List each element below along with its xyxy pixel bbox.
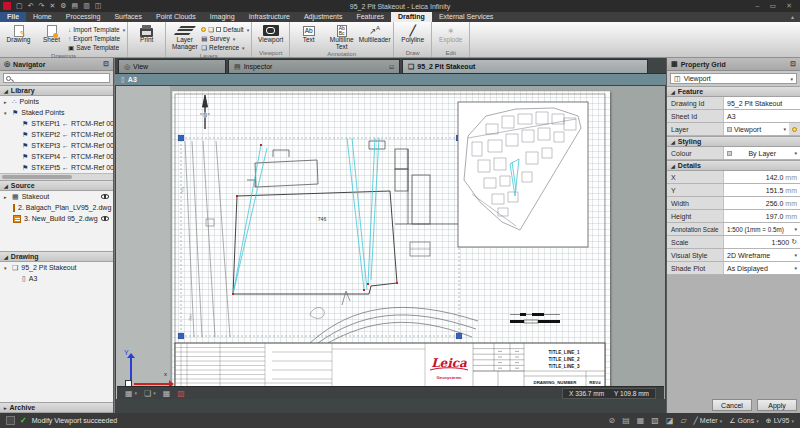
layer-value[interactable]: Viewport ▾ — [723, 123, 789, 135]
tab-view[interactable]: ◎ View — [118, 59, 226, 73]
tab-imaging[interactable]: Imaging — [203, 12, 242, 22]
tree-item-drawing-95-2[interactable]: ▾ ❏ 95_2 Pit Stakeout — [0, 262, 113, 273]
collapse-ribbon-icon[interactable]: ▴ — [791, 12, 800, 22]
save-template-button[interactable]: ▣ Save Template — [68, 43, 125, 52]
tree-item-stkept3[interactable]: ⚑ STKEPt3 ← RTCM-Ref 0000 (07/10/ — [0, 140, 113, 151]
tree-item-stakeout[interactable]: ▸ ▦ Stakeout — [0, 191, 113, 202]
x-value[interactable]: 142.0mm — [723, 171, 800, 183]
visibility-eye-icon[interactable] — [101, 216, 109, 221]
new-icon[interactable]: ▢ — [16, 2, 23, 10]
undo-icon[interactable]: ↶ — [28, 2, 34, 10]
panel-icon[interactable]: ▤ — [622, 416, 630, 425]
scale-refresh-icon[interactable]: ↻ — [791, 238, 797, 246]
sheet-button[interactable]: Sheet — [35, 23, 68, 44]
distance-unit-dropdown[interactable]: ╱ Meter ▾ — [694, 417, 723, 425]
expand-icon[interactable]: ▸ — [4, 194, 9, 200]
layers-icon[interactable]: ▧ — [651, 416, 659, 425]
section-styling[interactable]: ◢Styling — [667, 136, 800, 147]
tree-item-staked-points[interactable]: ▾ ⚑ Staked Points — [0, 107, 113, 118]
print-button[interactable]: Print — [130, 23, 163, 44]
flag-toggle-icon[interactable]: ◪ — [666, 416, 674, 425]
tab-point-clouds[interactable]: Point Clouds — [149, 12, 203, 22]
sheet-id-value[interactable]: A3 — [723, 110, 800, 122]
tree-item-stkept4[interactable]: ⚑ STKEPt4 ← RTCM-Ref 0000 (07/10/ — [0, 151, 113, 162]
section-library[interactable]: ◢ Library — [0, 85, 113, 96]
tree-item-stkept1[interactable]: ⚑ STKEPt1 ← RTCM-Ref 0000 (07/10/ — [0, 118, 113, 129]
close-icon[interactable]: ✕ — [786, 2, 792, 10]
drawing-button[interactable]: ✎ Drawing — [2, 23, 35, 44]
expand-icon[interactable]: ▸ — [4, 99, 9, 105]
tab-inspector[interactable]: ▤ Inspector ⊡ — [228, 59, 400, 73]
viewport-button[interactable]: Viewport — [254, 23, 287, 44]
cancel-button[interactable]: Cancel — [712, 399, 752, 411]
no-entry-icon[interactable]: ⊘ — [608, 416, 615, 425]
height-value[interactable]: 197.0mm — [723, 210, 800, 222]
visual-style-value[interactable]: 2D Wireframe ▾ — [723, 249, 800, 261]
orbit-dropdown[interactable]: ❏ ▾ — [144, 389, 156, 398]
section-details[interactable]: ◢Details — [667, 160, 800, 171]
text-button[interactable]: Ab Text — [292, 23, 325, 44]
annotation-scale-value[interactable]: 1:500 (1mm = 0.5m) ▾ — [723, 223, 800, 235]
tab-95-2-pit-stakeout[interactable]: ❏ 95_2 Pit Stakeout — [402, 59, 648, 73]
maximize-icon[interactable]: ▭ — [770, 2, 777, 10]
layer-survey-row[interactable]: ▤ Survey ▾ — [201, 34, 249, 43]
search-input[interactable] — [13, 74, 107, 82]
tab-drafting[interactable]: Drafting — [391, 12, 432, 22]
pin-icon[interactable]: ⊡ — [103, 60, 109, 68]
tab-file[interactable]: File — [0, 12, 26, 22]
collapse-icon[interactable]: ▾ — [4, 110, 9, 116]
tree-item-balgach-dwg[interactable]: 2. Balgach_Plan_LV95_2.dwg — [0, 202, 113, 213]
tab-adjustments[interactable]: Adjustments — [297, 12, 350, 22]
import-template-button[interactable]: ↓ Import Template ▾ — [68, 25, 125, 34]
report-icon[interactable]: ▥ — [83, 2, 90, 10]
default-checkbox[interactable] — [216, 27, 221, 32]
tree-item-stkept2[interactable]: ⚑ STKEPt2 ← RTCM-Ref 0000 (07/10/ — [0, 129, 113, 140]
tree-item-points[interactable]: ▸ ∴ Points — [0, 96, 113, 107]
polyline-button[interactable]: ╱ Polyline — [396, 23, 429, 44]
tree-item-newbuild-dwg[interactable]: 3. New_Build 95_2.dwg — [0, 213, 113, 224]
crs-dropdown[interactable]: ⊕ LV95 ▾ — [766, 417, 794, 425]
device-icon[interactable]: ▤ — [72, 2, 79, 10]
width-value[interactable]: 256.0mm — [723, 197, 800, 209]
scale-value[interactable]: 1:500 ↻ — [723, 236, 800, 248]
grid-toggle-icon[interactable]: ▦ — [163, 389, 171, 398]
grid-icon[interactable]: ▦ — [637, 416, 645, 425]
layer-visibility-bulb-icon[interactable] — [792, 127, 797, 132]
angle-unit-dropdown[interactable]: ∠ Gons ▾ — [729, 417, 759, 425]
gear-icon[interactable]: ⚙ — [60, 2, 66, 10]
apply-button[interactable]: Apply — [757, 399, 797, 411]
tree-item-stkept5[interactable]: ⚑ STKEPt5 ← RTCM-Ref 0000 (07/10/ — [0, 162, 113, 173]
visibility-eye-icon[interactable] — [101, 194, 109, 199]
image-icon[interactable]: ◫ — [95, 2, 102, 10]
tab-processing[interactable]: Processing — [59, 12, 108, 22]
tab-external-services[interactable]: External Services — [432, 12, 500, 22]
colour-value[interactable]: By Layer ▾ — [723, 147, 800, 159]
view-style-dropdown[interactable]: ▦ ▾ — [125, 389, 137, 398]
layer-default-row[interactable]: ❏ Default ▾ — [201, 25, 249, 34]
sheet-a3[interactable]: N — [172, 91, 610, 391]
tree-item-sheet-a3[interactable]: ▯ A3 — [0, 273, 113, 284]
folder-icon[interactable]: ▱ — [680, 416, 686, 425]
minimize-icon[interactable]: – — [756, 2, 760, 10]
section-feature[interactable]: ◢Feature — [667, 86, 800, 97]
section-drawing[interactable]: ◢ Drawing — [0, 251, 113, 262]
snap-grid-icon[interactable]: ▧ — [177, 389, 185, 398]
multileader-button[interactable]: ↗A Multileader — [358, 23, 391, 44]
tab-surfaces[interactable]: Surfaces — [107, 12, 149, 22]
selection-dropdown[interactable]: ◫ Viewport ▾ — [670, 73, 797, 84]
tab-features[interactable]: Features — [349, 12, 391, 22]
horizontal-scrollbar[interactable] — [0, 173, 113, 180]
shade-plot-value[interactable]: As Displayed ▾ — [723, 262, 800, 274]
drawing-canvas[interactable]: N — [116, 86, 665, 399]
y-value[interactable]: 151.5mm — [723, 184, 800, 196]
export-template-button[interactable]: ↑ Export Template — [68, 34, 125, 43]
pin-icon[interactable]: ⊡ — [790, 60, 796, 68]
panel-toggle-icon[interactable] — [6, 416, 15, 425]
redo-icon[interactable]: ↷ — [39, 2, 45, 10]
multiline-text-button[interactable]: AbBc Multiline Text — [325, 23, 358, 50]
drawing-id-value[interactable]: 95_2 Pit Stakeout — [723, 97, 800, 109]
pin-icon[interactable]: ⊡ — [389, 63, 394, 70]
tab-home[interactable]: Home — [26, 12, 59, 22]
explode-button[interactable]: ✶ Explode — [434, 23, 467, 44]
delete-icon[interactable]: ✕ — [49, 2, 55, 10]
